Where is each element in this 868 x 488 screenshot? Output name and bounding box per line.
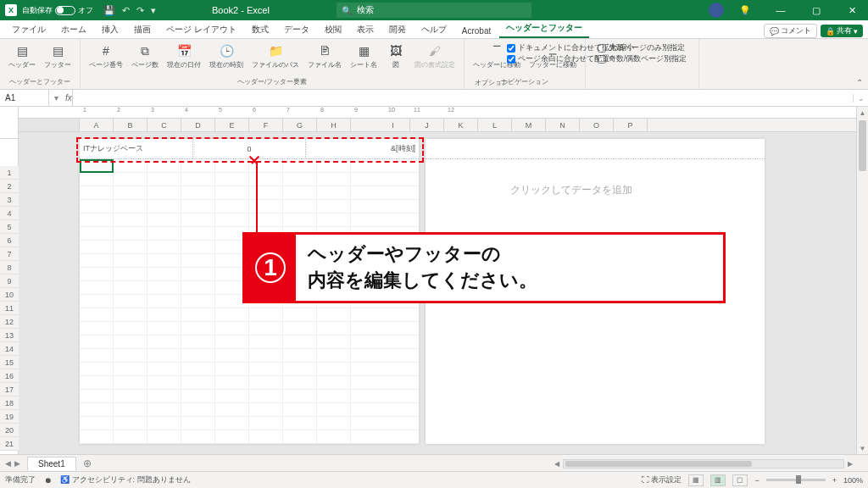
col-header[interactable]: F [249, 119, 283, 131]
tab-help[interactable]: ヘルプ [415, 21, 453, 38]
col-header[interactable]: O [580, 119, 614, 131]
picture-button[interactable]: 🖼図 [382, 42, 409, 76]
row-header[interactable]: 16 [0, 369, 19, 383]
active-cell[interactable] [80, 159, 114, 173]
scroll-up-icon[interactable]: ▲ [857, 107, 868, 119]
macro-record-icon[interactable]: ⏺ [44, 476, 52, 485]
add-data-prompt[interactable]: クリックしてデータを追加 [510, 183, 632, 197]
scroll-thumb[interactable] [565, 461, 752, 467]
tab-view[interactable]: 表示 [350, 21, 381, 38]
tab-data[interactable]: データ [277, 21, 316, 38]
next-sheet-icon[interactable]: ▶ [14, 459, 20, 468]
header-right-field[interactable]: &[時刻] [306, 139, 419, 158]
col-header[interactable]: M [512, 119, 546, 131]
undo-icon[interactable]: ↶ [122, 5, 130, 16]
col-header[interactable]: I [376, 119, 410, 131]
row-header[interactable]: 14 [0, 342, 19, 356]
row-header[interactable]: 9 [0, 274, 19, 288]
zoom-in-button[interactable]: + [832, 476, 837, 485]
row-header[interactable]: 5 [0, 220, 19, 234]
scroll-down-icon[interactable]: ▼ [857, 442, 868, 454]
row-header[interactable]: 10 [0, 288, 19, 302]
display-settings-button[interactable]: ⛶ 表示設定 [642, 474, 682, 485]
row-header[interactable]: 20 [0, 424, 19, 437]
coming-soon-icon[interactable]: 💡 [731, 0, 760, 20]
zoom-level[interactable]: 100% [843, 476, 863, 485]
row-header[interactable]: 3 [0, 193, 19, 207]
col-header[interactable]: C [147, 119, 181, 131]
col-header[interactable]: J [410, 119, 444, 131]
row-header[interactable]: 15 [0, 356, 19, 369]
footer-button[interactable]: ▤フッター [41, 42, 75, 76]
normal-view-button[interactable]: ▦ [688, 474, 704, 486]
page-count-button[interactable]: ⧉ページ数 [128, 42, 162, 76]
save-icon[interactable]: 💾 [103, 5, 115, 16]
row-header[interactable]: 19 [0, 410, 19, 424]
row-header[interactable]: 13 [0, 329, 19, 342]
col-header[interactable]: H [317, 119, 351, 131]
row-header[interactable]: 4 [0, 207, 19, 220]
scale-with-doc-checkbox[interactable]: ドキュメントに合わせて拡大/縮小 [507, 43, 634, 53]
file-name-button[interactable]: 🖹ファイル名 [304, 42, 345, 76]
col-header[interactable]: E [215, 119, 249, 131]
tab-insert[interactable]: 挿入 [95, 21, 125, 38]
row-header[interactable]: 8 [0, 261, 19, 274]
autosave-toggle[interactable]: 自動保存 オフ [22, 5, 93, 16]
page-number-button[interactable]: #ページ番号 [86, 42, 126, 76]
qat-dropdown-icon[interactable]: ▾ [151, 5, 156, 16]
sheet-name-button[interactable]: ▦シート名 [347, 42, 381, 76]
tab-page-layout[interactable]: ページ レイアウト [159, 21, 243, 38]
comments-button[interactable]: 💬 コメント [764, 24, 817, 38]
row-header[interactable]: 1 [0, 166, 19, 180]
current-time-button[interactable]: 🕒現在の時刻 [206, 42, 247, 76]
tab-header-footer[interactable]: ヘッダーとフッター [499, 19, 589, 38]
vertical-scrollbar[interactable]: ▲ ▼ [856, 107, 868, 454]
share-button[interactable]: 🔒 共有 ▾ [821, 25, 863, 37]
formula-bar[interactable] [72, 90, 853, 106]
scroll-thumb[interactable] [859, 120, 866, 171]
close-button[interactable]: ✕ [837, 0, 866, 20]
maximize-button[interactable]: ▢ [802, 0, 831, 20]
row-header[interactable]: 21 [0, 437, 19, 451]
horizontal-scrollbar[interactable]: ◀ ▶ [551, 458, 856, 469]
scroll-right-icon[interactable]: ▶ [844, 460, 856, 468]
tab-draw[interactable]: 描画 [127, 21, 158, 38]
tab-acrobat[interactable]: Acrobat [455, 24, 498, 38]
search-box[interactable]: 🔍 検索 [337, 3, 531, 18]
col-header[interactable]: L [478, 119, 512, 131]
select-all-corner[interactable] [0, 107, 18, 139]
scroll-left-icon[interactable]: ◀ [551, 460, 563, 468]
row-header[interactable]: 6 [0, 234, 19, 247]
zoom-out-button[interactable]: − [754, 476, 759, 485]
sheet-canvas[interactable]: 123456789101112 A B C D E F G H I J K L … [19, 107, 856, 454]
prev-sheet-icon[interactable]: ◀ [5, 459, 11, 468]
redo-icon[interactable]: ↷ [136, 5, 144, 16]
accessibility-status[interactable]: ♿ アクセシビリティ: 問題ありません [60, 474, 191, 485]
user-avatar[interactable] [709, 3, 724, 18]
fx-icon[interactable]: fx [65, 93, 72, 103]
tab-file[interactable]: ファイル [5, 21, 53, 38]
col header header;[interactable]: P [614, 119, 648, 131]
expand-formula-bar-button[interactable]: ⌄ [853, 94, 868, 103]
tab-review[interactable]: 校閲 [318, 21, 348, 38]
col-header[interactable]: D [181, 119, 215, 131]
minimize-button[interactable]: — [766, 0, 795, 20]
name-box[interactable]: A1 [0, 90, 49, 106]
align-margins-checkbox[interactable]: ページ余白に合わせて配置 [507, 54, 634, 64]
row-header[interactable]: 12 [0, 315, 19, 329]
file-path-button[interactable]: 📁ファイルのパス [248, 42, 303, 76]
row-header[interactable]: 11 [0, 302, 19, 315]
row-header[interactable]: 2 [0, 180, 19, 193]
zoom-slider[interactable] [766, 479, 826, 481]
page-break-view-button[interactable]: ▢ [732, 474, 748, 486]
col-header[interactable]: N [546, 119, 580, 131]
col-header[interactable]: A [80, 119, 114, 131]
row-header[interactable]: 17 [0, 383, 19, 396]
row-header[interactable]: 18 [0, 396, 19, 410]
col-header[interactable]: G [283, 119, 317, 131]
page-layout-view-button[interactable]: ▥ [710, 474, 726, 486]
switch-off-icon[interactable] [55, 6, 75, 15]
current-date-button[interactable]: 📅現在の日付 [164, 42, 204, 76]
collapse-ribbon-button[interactable]: ⌃ [856, 78, 863, 87]
new-sheet-button[interactable]: ⊕ [80, 456, 95, 471]
